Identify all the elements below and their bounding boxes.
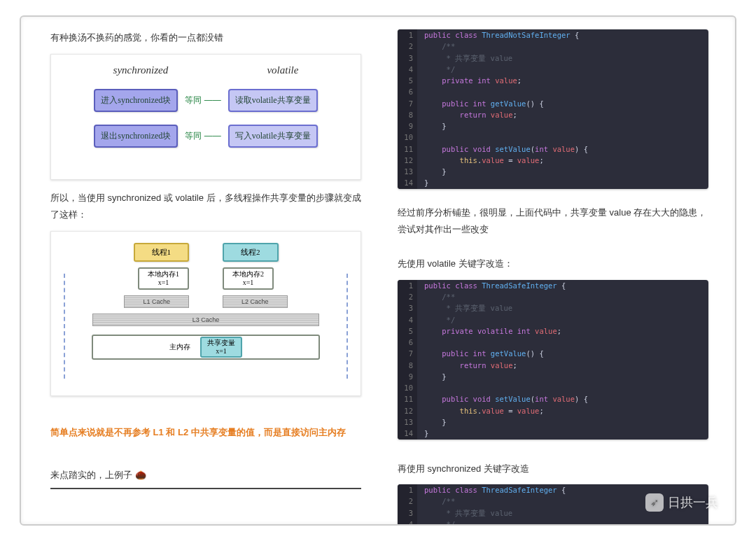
local-mem-2: 本地内存2x=1 (223, 267, 274, 290)
left-para-highlight: 简单点来说就是不再参考 L1 和 L2 中共享变量的值，而是直接访问主内存 (50, 424, 361, 442)
box-write-volatile: 写入volatile共享变量 (228, 125, 318, 148)
l3-cache: L3 Cache (92, 314, 320, 326)
diagram-sync-volatile: synchronized volatile 进入synchronized块 等同… (50, 54, 361, 180)
l2-cache-1: L2 Cache (223, 295, 288, 308)
left-column: 有种换汤不换药的感觉，你看的一点都没错 synchronized volatil… (21, 17, 381, 524)
equals-label-1: 等同 —— (185, 94, 220, 106)
left-para-1: 有种换汤不换药的感觉，你看的一点都没错 (50, 29, 361, 47)
right-column: 1public class ThreadNotSafeInteger {2 /*… (381, 17, 735, 524)
diagram1-header-volatile: volatile (267, 64, 298, 76)
main-memory: 主内存 共享变量x=1 (92, 335, 321, 360)
code-block-2: 1public class ThreadSafeInteger {2 /**3 … (398, 280, 708, 440)
right-para-3: 再使用 synchronized 关键字改造 (398, 461, 708, 478)
box-enter-sync: 进入synchronized块 (94, 89, 178, 112)
local-mem-1: 本地内存1x=1 (138, 267, 189, 290)
watermark: ➶ 日拱一兵 (645, 493, 718, 512)
diagram1-header-sync: synchronized (113, 64, 169, 76)
right-para-2: 先使用 volatile 关键字改造： (398, 255, 708, 273)
left-para-example: 来点踏实的，上例子 🌰 (50, 467, 361, 490)
box-read-volatile: 读取volatile共享变量 (228, 89, 318, 112)
code-block-1: 1public class ThreadNotSafeInteger {2 /*… (398, 29, 708, 189)
l1-cache-1: L1 Cache (124, 295, 189, 308)
left-para-2: 所以，当使用 synchronized 或 volatile 后，多线程操作共享… (50, 190, 361, 224)
watermark-text: 日拱一兵 (668, 494, 718, 511)
box-exit-sync: 退出synchronized块 (94, 125, 178, 148)
right-para-1: 经过前序分析铺垫，很明显，上面代码中，共享变量 value 存在大大的隐患，尝试… (398, 204, 708, 239)
shared-var-box: 共享变量x=1 (200, 337, 242, 358)
wechat-icon: ➶ (645, 493, 664, 512)
thread1-box: 线程1 (134, 243, 190, 262)
equals-label-2: 等同 —— (185, 130, 220, 142)
diagram-memory-model: 线程1 线程2 本地内存1x=1 本地内存2x=1 L1 Cache L2 Ca… (50, 231, 361, 396)
thread2-box: 线程2 (223, 243, 279, 262)
